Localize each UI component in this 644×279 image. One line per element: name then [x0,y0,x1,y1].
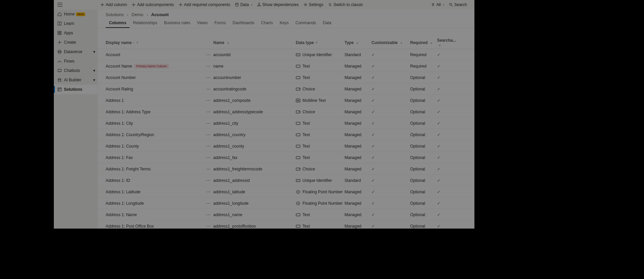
row-more-button[interactable]: ⋯ [203,52,213,57]
cell-searchable: ✓ [437,155,454,160]
sidebar-item-dataverse[interactable]: Dataverse ▾ [54,47,97,56]
sidebar-item-flows[interactable]: Flows [54,56,97,66]
cell-data-type: Unique Identifier [302,52,332,57]
chevron-down-icon: ▾ [227,42,229,45]
table-row[interactable]: Address 1: Latitude⋯address1_latitudeFlo… [98,186,474,198]
row-more-button[interactable]: ⋯ [203,87,213,91]
breadcrumb-solutions[interactable]: Solutions [106,12,123,17]
sidebar-item-solutions[interactable]: Solutions [54,85,97,94]
row-more-button[interactable]: ⋯ [203,110,213,114]
settings-button[interactable]: Settings [303,2,323,7]
cell-display-name: Address 1: Latitude [106,190,140,194]
tab-keys[interactable]: Keys [276,18,292,28]
svg-point-4 [305,4,306,5]
show-dependencies-button[interactable]: Show dependencies [257,2,299,7]
header-searchable[interactable]: Searcha... ▾ [437,38,456,47]
table-row[interactable]: Account Number⋯accountnumberTextManaged✓… [98,72,474,83]
cell-customizable: ✓ [371,155,410,160]
header-required[interactable]: Required ▾ [410,40,437,45]
search-button[interactable]: Search [449,2,467,7]
data-button[interactable]: Data ▾ [235,2,252,7]
sidebar-item-apps[interactable]: Apps [54,28,97,38]
cell-searchable: ✓ [437,144,454,149]
cell-type: Managed [345,87,371,91]
table-row[interactable]: Address 1: Fax⋯address1_faxTextManaged✓O… [98,152,474,163]
nav-label: Home [64,12,75,16]
table-row[interactable]: Account Rating⋯accountratingcodeChoiceMa… [98,83,474,95]
tab-data[interactable]: Data [319,18,334,28]
row-more-button[interactable]: ⋯ [203,224,213,229]
cmd-label: Data [240,2,249,7]
datatype-icon [296,52,300,57]
row-more-button[interactable]: ⋯ [203,64,213,69]
filter-all-button[interactable]: All ▾ [431,2,444,7]
cmd-label: Switch to classic [333,2,363,7]
grid-header: Display name ↑ ▾ Name ▾ Data type ▾ Type… [98,36,474,49]
nav-label: Solutions [64,87,82,92]
sidebar-item-chatbots[interactable]: Chatbots ▾ [54,66,97,75]
sidebar-item-create[interactable]: Create [54,38,97,47]
add-subcomponents-button[interactable]: Add subcomponents [132,2,174,7]
svg-rect-18 [296,65,300,67]
table-row[interactable]: Address 1: Post Office Box⋯address1_post… [98,221,474,229]
cell-required: Optional [410,98,437,103]
tab-commands[interactable]: Commands [292,18,319,28]
sidebar-item-ai-builder[interactable]: AI Builder ▾ [54,75,97,85]
header-data-type[interactable]: Data type ▾ [296,40,345,45]
row-more-button[interactable]: ⋯ [203,75,213,80]
cell-searchable: ✓ [437,75,454,80]
table-row[interactable]: Address 1⋯address1_compositeMultiline Te… [98,95,474,106]
solutions-icon [57,87,62,92]
row-more-button[interactable]: ⋯ [203,132,213,137]
table-row[interactable]: Address 1: Freight Terms⋯address1_freigh… [98,163,474,175]
header-name[interactable]: Name ▾ [213,40,296,45]
header-display-name[interactable]: Display name ↑ ▾ [106,40,203,45]
header-customizable[interactable]: Customizable ▾ [371,40,410,45]
cell-customizable: ✓ [371,224,410,229]
datatype-icon [296,224,300,229]
row-more-button[interactable]: ⋯ [203,167,213,171]
row-more-button[interactable]: ⋯ [203,155,213,160]
row-more-button[interactable]: ⋯ [203,121,213,126]
header-type[interactable]: Type ▾ [345,40,371,45]
table-row[interactable]: Address 1: City⋯address1_cityTextManaged… [98,118,474,129]
table-row[interactable]: Address 1: Country/Region⋯address1_count… [98,129,474,141]
breadcrumb-demo[interactable]: Demo [132,12,143,17]
add-column-button[interactable]: Add column [100,2,127,7]
table-row[interactable]: Account⋯accountidUnique IdentifierStanda… [98,49,474,61]
chevron-down-icon: ▾ [137,41,138,44]
table-row[interactable]: Address 1: County⋯address1_countyTextMan… [98,141,474,152]
table-row[interactable]: Address 1: Longitude⋯address1_longitudeF… [98,198,474,209]
chevron-down-icon: ▾ [443,3,444,6]
cell-type: Managed [345,75,371,80]
switch-classic-button[interactable]: Switch to classic [328,2,363,7]
cell-display-name: Account Rating [106,87,133,91]
chevron-down-icon: ▾ [93,49,95,54]
sidebar-item-learn[interactable]: Learn [54,19,97,28]
add-required-button[interactable]: Add required components [179,2,230,7]
tab-views[interactable]: Views [193,18,211,28]
tab-charts[interactable]: Charts [258,18,276,28]
row-more-button[interactable]: ⋯ [203,144,213,149]
row-more-button[interactable]: ⋯ [203,178,213,183]
cell-data-type: Choice [302,87,315,91]
cell-type: Managed [345,121,371,126]
cmd-label: All [436,2,441,7]
tab-forms[interactable]: Forms [211,18,229,28]
table-row[interactable]: Address 1: Address Type⋯address1_address… [98,106,474,118]
table-row[interactable]: Address 1: ID⋯address1_addressidUnique I… [98,175,474,186]
sidebar-item-home[interactable]: Home NEW [54,9,97,19]
row-more-button[interactable]: ⋯ [203,201,213,206]
row-more-button[interactable]: ⋯ [203,98,213,103]
table-row[interactable]: Address 1: Name⋯address1_nameTextManaged… [98,209,474,221]
cell-name: address1_country [213,132,296,137]
tab-relationships[interactable]: Relationships [130,18,160,28]
tab-business-rules[interactable]: Business rules [160,18,193,28]
hamburger-menu[interactable] [57,1,63,8]
row-more-button[interactable]: ⋯ [203,212,213,217]
tab-dashboards[interactable]: Dashboards [229,18,258,28]
svg-point-15 [60,79,61,80]
tab-columns[interactable]: Columns [106,18,130,28]
table-row[interactable]: Account NamePrimary Name Column⋯nameText… [98,61,474,72]
row-more-button[interactable]: ⋯ [203,190,213,194]
